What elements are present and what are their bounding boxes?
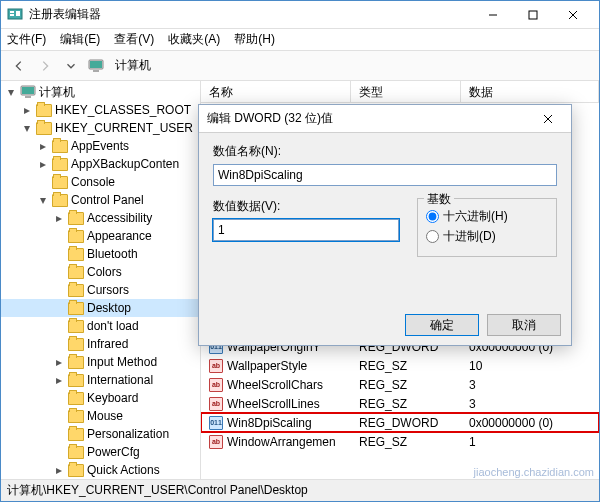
tree-item[interactable]: Keyboard <box>1 389 200 407</box>
expander-none <box>37 176 49 188</box>
tree-item[interactable]: ▾HKEY_CURRENT_USER <box>1 119 200 137</box>
value-data: 10 <box>461 359 599 373</box>
tree-item[interactable]: PowerCfg <box>1 443 200 461</box>
tree-item[interactable]: Cursors <box>1 281 200 299</box>
radio-dec-label: 十进制(D) <box>443 228 496 245</box>
toolbar-root-label: 计算机 <box>115 57 151 74</box>
col-name[interactable]: 名称 <box>201 81 351 102</box>
base-group: 基数 十六进制(H) 十进制(D) <box>417 198 557 257</box>
radio-dec[interactable] <box>426 230 439 243</box>
tree-item-label: Input Method <box>87 355 157 369</box>
tree-item-label: Quick Actions <box>87 463 160 477</box>
ok-button[interactable]: 确定 <box>405 314 479 336</box>
tree-item-label: Mouse <box>87 409 123 423</box>
tree-item-label: don't load <box>87 319 139 333</box>
folder-icon <box>68 248 84 261</box>
tree-view[interactable]: ▾计算机▸HKEY_CLASSES_ROOT▾HKEY_CURRENT_USER… <box>1 81 201 479</box>
dialog-titlebar[interactable]: 编辑 DWORD (32 位)值 <box>199 105 571 133</box>
folder-icon <box>68 374 84 387</box>
menu-help[interactable]: 帮助(H) <box>234 31 275 48</box>
expander-closed-icon[interactable]: ▸ <box>21 104 33 116</box>
list-row[interactable]: abWheelScrollCharsREG_SZ3 <box>201 375 599 394</box>
dropdown-button[interactable] <box>59 54 83 78</box>
string-value-icon: ab <box>209 359 223 373</box>
back-button[interactable] <box>7 54 31 78</box>
tree-item-label: PowerCfg <box>87 445 140 459</box>
tree-item[interactable]: ▸Quick Actions <box>1 461 200 479</box>
tree-item[interactable]: ▸Input Method <box>1 353 200 371</box>
menu-view[interactable]: 查看(V) <box>114 31 154 48</box>
value-type: REG_SZ <box>351 435 461 449</box>
folder-icon <box>68 464 84 477</box>
tree-item[interactable]: ▸AppXBackupConten <box>1 155 200 173</box>
folder-icon <box>52 140 68 153</box>
svg-rect-13 <box>25 96 31 98</box>
expander-open-icon[interactable]: ▾ <box>37 194 49 206</box>
expander-none <box>53 230 65 242</box>
folder-icon <box>68 428 84 441</box>
minimize-button[interactable] <box>473 2 513 28</box>
tree-item[interactable]: ▸AppEvents <box>1 137 200 155</box>
expander-closed-icon[interactable]: ▸ <box>37 158 49 170</box>
tree-item-label: 计算机 <box>39 84 75 101</box>
expander-open-icon[interactable]: ▾ <box>21 122 33 134</box>
expander-closed-icon[interactable]: ▸ <box>53 374 65 386</box>
svg-rect-10 <box>93 70 99 72</box>
value-data-label: 数值数据(V): <box>213 198 399 215</box>
expander-closed-icon[interactable]: ▸ <box>53 464 65 476</box>
expander-open-icon[interactable]: ▾ <box>5 86 17 98</box>
col-data[interactable]: 数据 <box>461 81 599 102</box>
expander-none <box>53 410 65 422</box>
tree-item[interactable]: ▾计算机 <box>1 83 200 101</box>
tree-item[interactable]: Console <box>1 173 200 191</box>
svg-rect-12 <box>22 87 34 94</box>
tree-item[interactable]: Mouse <box>1 407 200 425</box>
cancel-button[interactable]: 取消 <box>487 314 561 336</box>
titlebar[interactable]: 注册表编辑器 <box>1 1 599 29</box>
string-value-icon: ab <box>209 397 223 411</box>
tree-item[interactable]: Bluetooth <box>1 245 200 263</box>
folder-icon <box>68 338 84 351</box>
value-name-input[interactable] <box>213 164 557 186</box>
list-row[interactable]: abWallpaperStyleREG_SZ10 <box>201 356 599 375</box>
tree-item[interactable]: don't load <box>1 317 200 335</box>
list-row[interactable]: 011Win8DpiScalingREG_DWORD0x00000000 (0) <box>201 413 599 432</box>
dialog-close-button[interactable] <box>533 107 563 131</box>
expander-closed-icon[interactable]: ▸ <box>53 212 65 224</box>
svg-rect-2 <box>10 14 14 16</box>
status-path: 计算机\HKEY_CURRENT_USER\Control Panel\Desk… <box>7 483 308 497</box>
tree-item[interactable]: Appearance <box>1 227 200 245</box>
forward-button[interactable] <box>33 54 57 78</box>
tree-item[interactable]: Desktop <box>1 299 200 317</box>
folder-icon <box>68 446 84 459</box>
tree-item[interactable]: Infrared <box>1 335 200 353</box>
folder-icon <box>68 320 84 333</box>
tree-item[interactable]: ▾Control Panel <box>1 191 200 209</box>
statusbar: 计算机\HKEY_CURRENT_USER\Control Panel\Desk… <box>1 479 599 501</box>
close-button[interactable] <box>553 2 593 28</box>
tree-item[interactable]: ▸HKEY_CLASSES_ROOT <box>1 101 200 119</box>
tree-item[interactable]: ▸Accessibility <box>1 209 200 227</box>
radio-hex[interactable] <box>426 210 439 223</box>
tree-item[interactable]: Personalization <box>1 425 200 443</box>
list-row[interactable]: abWindowArrangemenREG_SZ1 <box>201 432 599 451</box>
col-type[interactable]: 类型 <box>351 81 461 102</box>
dialog-title: 编辑 DWORD (32 位)值 <box>207 110 533 127</box>
tree-item-label: Accessibility <box>87 211 152 225</box>
menu-file[interactable]: 文件(F) <box>7 31 46 48</box>
expander-none <box>53 446 65 458</box>
value-data-input[interactable] <box>213 219 399 241</box>
menu-favorites[interactable]: 收藏夹(A) <box>168 31 220 48</box>
expander-none <box>53 392 65 404</box>
expander-none <box>53 266 65 278</box>
tree-item-label: HKEY_CLASSES_ROOT <box>55 103 191 117</box>
expander-closed-icon[interactable]: ▸ <box>37 140 49 152</box>
maximize-button[interactable] <box>513 2 553 28</box>
expander-closed-icon[interactable]: ▸ <box>53 356 65 368</box>
list-row[interactable]: abWheelScrollLinesREG_SZ3 <box>201 394 599 413</box>
tree-item[interactable]: Colors <box>1 263 200 281</box>
menu-edit[interactable]: 编辑(E) <box>60 31 100 48</box>
svg-rect-5 <box>529 11 537 19</box>
folder-icon <box>52 158 68 171</box>
tree-item[interactable]: ▸International <box>1 371 200 389</box>
